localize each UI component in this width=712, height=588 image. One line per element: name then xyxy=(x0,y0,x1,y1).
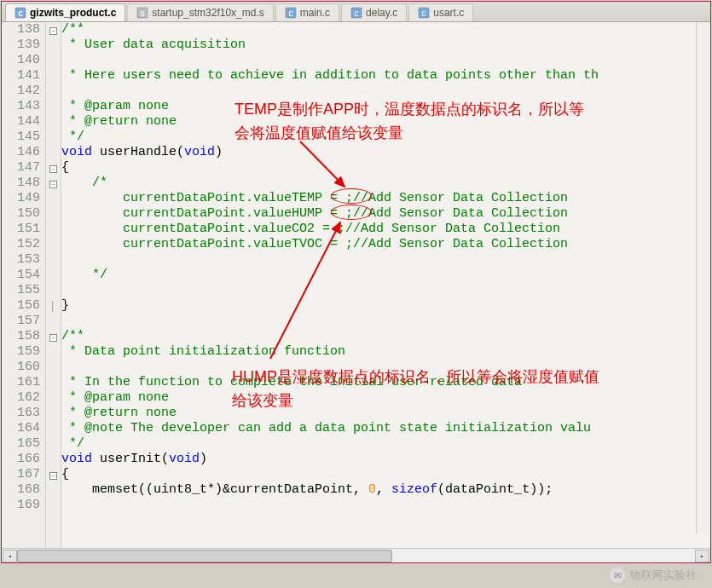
code-line[interactable]: currentDataPoint.valueCO2 = ;//Add Senso… xyxy=(61,222,710,237)
code-line[interactable]: currentDataPoint.valueTEMP = ;//Add Sens… xyxy=(61,191,710,206)
svg-text:s: s xyxy=(141,9,145,18)
fold-toggle[interactable]: − xyxy=(46,329,61,344)
scroll-left-button[interactable]: ◂ xyxy=(3,550,17,562)
annotation-hump: HUMP是湿度数据点的标识名，所以等会将湿度值赋值给该变量 xyxy=(232,365,607,412)
code-line[interactable]: currentDataPoint.valueHUMP = ;//Add Sens… xyxy=(61,206,710,222)
fold-toggle[interactable]: − xyxy=(46,22,61,37)
line-number-gutter: 1381391401411421431441451461471481491501… xyxy=(2,22,46,548)
watermark: ✉ 物联网实验社 xyxy=(610,568,697,583)
tab-main-c[interactable]: cmain.c xyxy=(275,3,339,21)
horizontal-scrollbar[interactable]: ◂ ▸ xyxy=(2,548,710,562)
tab-delay-c[interactable]: cdelay.c xyxy=(341,3,407,21)
svg-text:c: c xyxy=(355,9,359,18)
code-line[interactable]: * User data acquisition xyxy=(61,37,710,53)
code-line[interactable]: * Here users need to achieve in addition… xyxy=(61,68,710,84)
code-line[interactable] xyxy=(61,252,710,268)
code-line[interactable]: { xyxy=(61,160,710,176)
code-content[interactable]: TEMP是制作APP时，温度数据点的标识名，所以等会将温度值赋值给该变量 HUM… xyxy=(61,22,710,548)
scroll-thumb[interactable] xyxy=(17,550,392,562)
code-line[interactable]: * Data point initialization function xyxy=(61,344,710,360)
code-line[interactable]: void userInit(void) xyxy=(61,452,710,467)
code-line[interactable]: } xyxy=(61,298,710,314)
svg-text:c: c xyxy=(18,9,23,18)
annotation-temp: TEMP是制作APP时，温度数据点的标识名，所以等会将温度值赋值给该变量 xyxy=(234,97,593,145)
code-line[interactable]: */ xyxy=(61,268,710,283)
tab-gizwits-product-c[interactable]: cgizwits_product.c xyxy=(5,3,125,21)
code-line[interactable] xyxy=(61,53,710,68)
code-line[interactable]: /** xyxy=(61,329,710,344)
scroll-right-button[interactable]: ▸ xyxy=(695,550,709,562)
code-line[interactable]: { xyxy=(61,467,710,482)
fold-toggle[interactable]: − xyxy=(46,160,61,176)
fold-toggle[interactable]: − xyxy=(46,467,61,482)
circle-temp xyxy=(331,188,372,204)
svg-text:c: c xyxy=(422,9,426,18)
code-line[interactable] xyxy=(61,314,710,329)
code-line[interactable]: * @note The developer can add a data poi… xyxy=(61,421,710,436)
editor-window: cgizwits_product.csstartup_stm32f10x_md.… xyxy=(1,1,711,563)
tab-startup-stm32f10x-md-s[interactable]: sstartup_stm32f10x_md.s xyxy=(127,3,273,21)
code-line[interactable]: void userHandle(void) xyxy=(61,145,710,160)
code-line[interactable]: currentDataPoint.valueTVOC = ;//Add Sens… xyxy=(61,237,710,252)
code-line[interactable]: */ xyxy=(61,436,710,452)
code-line[interactable] xyxy=(61,498,710,513)
editor-area: 1381391401411421431441451461471481491501… xyxy=(2,22,710,548)
code-line[interactable]: /* xyxy=(61,176,710,191)
wechat-icon: ✉ xyxy=(610,568,625,583)
vertical-scrollbar[interactable] xyxy=(696,22,710,533)
svg-text:c: c xyxy=(288,9,292,18)
code-line[interactable] xyxy=(61,283,710,298)
code-line[interactable]: /** xyxy=(61,22,710,37)
fold-toggle[interactable]: − xyxy=(46,176,61,191)
fold-gutter: −−−│−− xyxy=(46,22,61,548)
circle-hump xyxy=(331,205,372,220)
tab-usart-c[interactable]: cusart.c xyxy=(408,3,473,21)
code-line[interactable]: memset((uint8_t*)&currentDataPoint, 0, s… xyxy=(61,482,710,498)
tab-bar: cgizwits_product.csstartup_stm32f10x_md.… xyxy=(2,2,710,22)
